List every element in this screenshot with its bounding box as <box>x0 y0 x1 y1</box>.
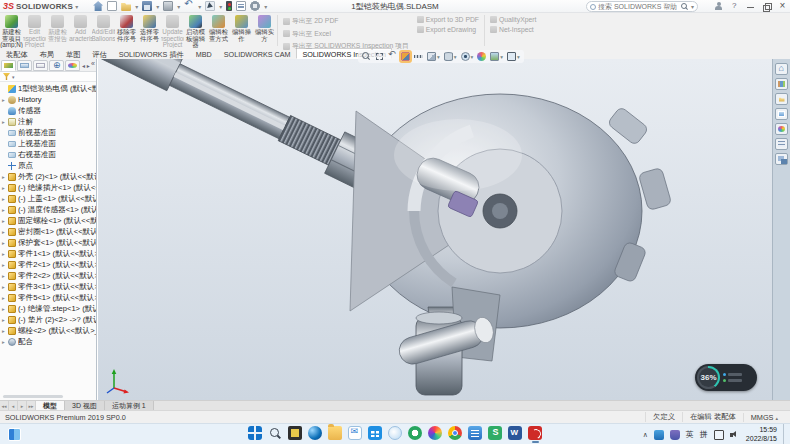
tab-evaluate[interactable]: 评估 <box>86 48 112 59</box>
tree-item-component[interactable]: 零件5<1> (默认<<默认>_显示状态 <box>0 292 96 303</box>
tray-overflow-chevron-icon[interactable] <box>643 430 648 439</box>
onedrive-icon[interactable] <box>388 426 402 440</box>
close-button[interactable] <box>778 2 787 11</box>
cast-display-icon[interactable] <box>714 430 724 440</box>
custom-properties-icon[interactable] <box>775 138 788 150</box>
select-icon[interactable] <box>205 1 215 11</box>
clock[interactable]: 15:59 2022/8/15 <box>746 426 777 443</box>
undo-icon[interactable] <box>184 1 194 11</box>
tree-item-annotations[interactable]: 注解 <box>0 116 96 127</box>
edit-inspection-project-button[interactable]: Edit Inspection Project <box>23 13 46 48</box>
overlay-performance-widget[interactable]: 36% <box>695 364 757 391</box>
tab-mbd[interactable]: MBD <box>190 48 218 59</box>
tab-3d-views[interactable]: 3D 视图 <box>65 401 105 410</box>
display-style-caret-icon[interactable] <box>454 54 457 60</box>
apply-scene-icon[interactable] <box>490 52 499 61</box>
status-units[interactable]: MMGS <box>743 413 785 422</box>
mail-icon[interactable] <box>348 426 362 440</box>
help-icon[interactable] <box>730 2 739 11</box>
tab-motion-study[interactable]: 运动算例 1 <box>105 401 154 410</box>
update-inspection-project-button[interactable]: Update Inspection Project <box>161 13 184 48</box>
edit-operation-button[interactable]: 编辑操作 <box>230 13 253 48</box>
tree-item-component[interactable]: (-) 垫片 (2)<2> ->? (默认<<默认> <box>0 314 96 325</box>
tree-item-right-plane[interactable]: 右视基准面 <box>0 149 96 160</box>
tree-item-component[interactable]: (-) 上盖<1> (默认<<默认>_显示状 <box>0 193 96 204</box>
edit-inspection-method-button[interactable]: 编辑检查方式 <box>207 13 230 48</box>
options-gear-icon[interactable] <box>250 1 260 11</box>
edge-icon[interactable] <box>308 426 322 440</box>
tray-security-shield-icon[interactable] <box>670 430 680 440</box>
view-orientation-icon[interactable] <box>427 52 436 61</box>
store-icon[interactable] <box>368 426 382 440</box>
tree-item-component[interactable]: (-) 温度传感器<1> (默认<<默认>_ <box>0 204 96 215</box>
tree-item-component[interactable]: 螺栓<2> (默认<<默认>_显示状态 <box>0 325 96 336</box>
add-edit-balloons-button[interactable]: Add/Edit Balloons <box>92 13 115 48</box>
tree-horizontal-scrollbar[interactable] <box>3 395 63 398</box>
options-caret-icon[interactable] <box>264 2 267 11</box>
hide-show-items-icon[interactable] <box>461 52 470 61</box>
more-tabs-arrows-icon[interactable] <box>82 62 90 69</box>
display-style-icon[interactable] <box>444 52 453 61</box>
view-settings-icon[interactable] <box>507 52 516 61</box>
tree-item-component[interactable]: (-) 绝缘插片<1> (默认<<默认>_显 <box>0 182 96 193</box>
tray-onedrive-icon[interactable] <box>654 430 664 440</box>
green-app-icon[interactable] <box>408 426 422 440</box>
tab-scroll-left-icon[interactable] <box>9 401 18 410</box>
select-caret-icon[interactable] <box>219 2 222 11</box>
graphics-viewport[interactable]: 36% <box>98 59 772 400</box>
ime-mode-indicator[interactable]: 拼 <box>700 429 708 440</box>
previous-view-icon[interactable] <box>388 52 397 61</box>
tree-item-component[interactable]: 零件1<1> (默认<<默认>_显示状态 <box>0 248 96 259</box>
color-wheel-app-icon[interactable] <box>428 426 442 440</box>
tree-filter-bar[interactable] <box>0 72 96 82</box>
notes-app-icon[interactable] <box>468 426 482 440</box>
tree-item-sensors[interactable]: 传感器 <box>0 105 96 116</box>
tab-scroll-right-icon[interactable] <box>18 401 27 410</box>
s-app-icon[interactable] <box>488 426 502 440</box>
export-edrawing-item[interactable]: Export eDrawing <box>417 26 479 33</box>
tree-item-history[interactable]: History <box>0 94 96 105</box>
show-desktop-button[interactable] <box>783 424 786 444</box>
appearances-scenes-icon[interactable] <box>775 123 788 135</box>
tree-item-component[interactable]: (-) 绝缘管.step<1> (默认<<默认> <box>0 303 96 314</box>
tree-item-origin[interactable]: 原点 <box>0 160 96 171</box>
solidworks-forum-icon[interactable] <box>775 153 788 165</box>
search-input[interactable] <box>598 3 679 10</box>
launch-template-editor-button[interactable]: 启动模板编辑器 <box>184 13 207 48</box>
collapse-panel-icon[interactable] <box>91 60 95 67</box>
zoom-area-icon[interactable] <box>375 52 384 61</box>
file-explorer-icon[interactable] <box>775 93 788 105</box>
export-excel-item[interactable]: 导出至 Excel <box>283 29 409 39</box>
undo-caret-icon[interactable] <box>198 2 201 11</box>
home-icon[interactable] <box>93 1 103 11</box>
measure-icon[interactable] <box>414 52 423 61</box>
restore-button[interactable] <box>762 2 771 11</box>
feature-manager-tree-tab[interactable] <box>1 60 16 71</box>
display-manager-tab[interactable] <box>65 60 80 71</box>
taskbar-search-icon[interactable] <box>268 426 282 440</box>
tree-item-component[interactable]: 密封圈<1> (默认<<默认>_显示状 <box>0 226 96 237</box>
user-account-icon[interactable] <box>714 2 723 11</box>
minimize-button[interactable] <box>746 2 755 11</box>
tree-item-component[interactable]: 零件2<2> (默认<<默认>_显示状态 <box>0 270 96 281</box>
tab-model[interactable]: 模型 <box>36 401 65 410</box>
tab-assembly[interactable]: 装配体 <box>0 48 34 59</box>
tab-scroll-last-icon[interactable] <box>27 401 36 410</box>
tree-item-top-plane[interactable]: 上视基准面 <box>0 138 96 149</box>
file-properties-icon[interactable] <box>236 1 246 11</box>
tree-item-root[interactable]: 1型铠装热电偶 (默认<默认_显示状态-1>) <box>0 83 96 94</box>
zoom-fit-icon[interactable] <box>362 52 371 61</box>
tree-item-component[interactable]: 零件3<1> (默认<<默认>_显示状态 <box>0 281 96 292</box>
view-palette-icon[interactable] <box>775 108 788 120</box>
new-inspection-project-button[interactable]: 新建检查项目(amp;N) <box>0 13 23 48</box>
print-caret-icon[interactable] <box>177 2 180 11</box>
export-2d-pdf-item[interactable]: 导出至 2D PDF <box>283 16 409 26</box>
tab-addins[interactable]: SOLIDWORKS 插件 <box>113 48 190 59</box>
save-caret-icon[interactable] <box>156 2 159 11</box>
search-icon[interactable] <box>681 3 689 11</box>
hide-show-caret-icon[interactable] <box>471 54 474 60</box>
search-scope-icon[interactable] <box>590 4 596 10</box>
ime-language-indicator[interactable]: 英 <box>686 429 694 440</box>
help-search-box[interactable] <box>586 1 698 12</box>
new-inspection-report-button[interactable]: 新建检查报告 <box>46 13 69 48</box>
